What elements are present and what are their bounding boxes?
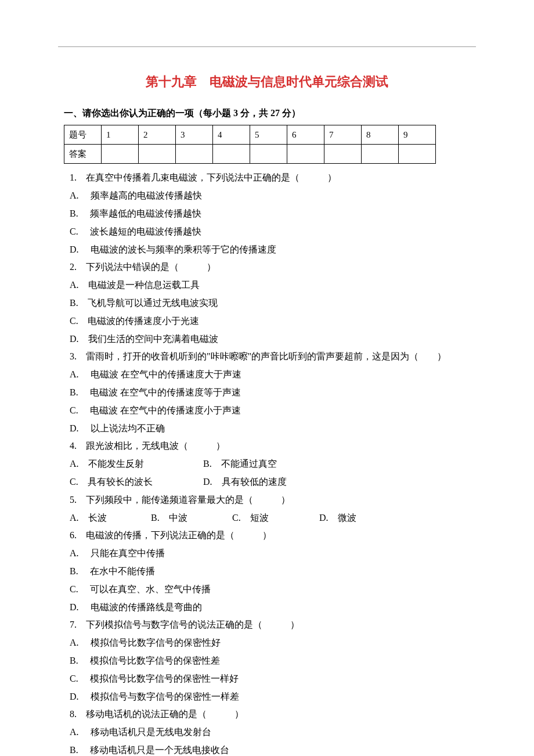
table-row: 答案 xyxy=(64,145,436,164)
question-option-row: C. 具有较长的波长 D. 具有较低的速度 xyxy=(70,474,476,491)
question-option: D. 我们生活的空间中充满着电磁波 xyxy=(70,331,476,348)
row-label: 答案 xyxy=(64,145,102,164)
table-cell: 1 xyxy=(102,125,139,145)
table-cell: 7 xyxy=(324,125,362,145)
question-option: A. 移动电话机只是无线电发射台 xyxy=(70,724,476,741)
question-option: D. 模拟信号与数字信号的保密性一样差 xyxy=(70,689,476,705)
question-option-row: A. 不能发生反射 B. 不能通过真空 xyxy=(70,456,476,473)
question-option: C. 波长越短的电磁波传播越快 xyxy=(70,224,476,240)
question-option: B. 移动电话机只是一个无线电接收台 xyxy=(70,742,476,756)
question-option: B. 在水中不能传播 xyxy=(70,563,476,580)
table-cell xyxy=(213,145,250,164)
section-1-heading: 一、请你选出你认为正确的一项（每小题 3 分，共 27 分） xyxy=(64,105,476,122)
table-cell: 9 xyxy=(399,125,436,145)
question-stem: 6. 电磁波的传播，下列说法正确的是（ ） xyxy=(70,527,476,544)
question-option: C. 模拟信号比数字信号的保密性一样好 xyxy=(70,671,476,687)
table-cell xyxy=(176,145,213,164)
question-option: A. 频率越高的电磁波传播越快 xyxy=(70,188,476,204)
question-option: D. 具有较低的速度 xyxy=(203,474,287,491)
question-option: B. 中波 xyxy=(151,510,232,527)
answer-table: 题号 1 2 3 4 5 6 7 8 9 答案 xyxy=(64,125,436,164)
table-cell: 6 xyxy=(287,125,324,145)
question-option: A. 长波 xyxy=(70,510,151,527)
question-option: D. 以上说法均不正确 xyxy=(70,420,476,437)
question-stem: 5. 下列频段中，能传递频道容量最大的是（ ） xyxy=(70,492,476,509)
question-option: C. 电磁波 在空气中的传播速度小于声速 xyxy=(70,402,476,419)
table-cell: 2 xyxy=(139,125,176,145)
question-option: A. 只能在真空中传播 xyxy=(70,545,476,562)
table-cell xyxy=(250,145,287,164)
question-stem: 7. 下列模拟信号与数字信号的说法正确的是（ ） xyxy=(70,617,476,633)
question-option: B. 飞机导航可以通过无线电波实现 xyxy=(70,295,476,312)
question-option: B. 频率越低的电磁波传播越快 xyxy=(70,206,476,222)
question-option: B. 电磁波 在空气中的传播速度等于声速 xyxy=(70,384,476,401)
table-row: 题号 1 2 3 4 5 6 7 8 9 xyxy=(64,125,436,145)
table-cell: 4 xyxy=(213,125,250,145)
question-option: C. 电磁波的传播速度小于光速 xyxy=(70,313,476,330)
table-cell xyxy=(362,145,399,164)
top-divider xyxy=(58,46,476,47)
question-stem: 2. 下列说法中错误的是（ ） xyxy=(70,259,476,276)
table-cell: 3 xyxy=(176,125,213,145)
question-option: D. 微波 xyxy=(319,510,356,527)
question-stem: 3. 雷雨时，打开的收音机听到的"咔咔嚓嚓"的声音比听到的雷声要超前，这是因为（… xyxy=(70,348,476,365)
question-option: D. 电磁波的波长与频率的乘积等于它的传播速度 xyxy=(70,242,476,258)
question-option: A. 不能发生反射 xyxy=(70,456,203,473)
table-cell xyxy=(102,145,139,164)
document-title: 第十九章 电磁波与信息时代单元综合测试 xyxy=(58,70,476,93)
question-option-row: A. 长波 B. 中波 C. 短波 D. 微波 xyxy=(70,510,476,527)
page: 第十九章 电磁波与信息时代单元综合测试 一、请你选出你认为正确的一项（每小题 3… xyxy=(0,0,534,756)
question-stem: 1. 在真空中传播着几束电磁波，下列说法中正确的是（ ） xyxy=(70,170,476,186)
question-stem: 8. 移动电话机的说法正确的是（ ） xyxy=(70,706,476,723)
question-option: C. 可以在真空、水、空气中传播 xyxy=(70,581,476,598)
question-option: C. 具有较长的波长 xyxy=(70,474,203,491)
table-cell xyxy=(399,145,436,164)
question-option: C. 短波 xyxy=(232,510,319,527)
table-cell: 5 xyxy=(250,125,287,145)
table-cell xyxy=(324,145,362,164)
question-option: A. 电磁波是一种信息运载工具 xyxy=(70,277,476,294)
question-stem: 4. 跟光波相比，无线电波（ ） xyxy=(70,438,476,455)
table-cell xyxy=(287,145,324,164)
question-option: B. 不能通过真空 xyxy=(203,456,277,473)
question-option: A. 电磁波 在空气中的传播速度大于声速 xyxy=(70,366,476,383)
question-option: A. 模拟信号比数字信号的保密性好 xyxy=(70,635,476,651)
table-cell xyxy=(139,145,176,164)
question-option: B. 模拟信号比数字信号的保密性差 xyxy=(70,653,476,669)
row-label: 题号 xyxy=(64,125,102,145)
table-cell: 8 xyxy=(362,125,399,145)
question-option: D. 电磁波的传播路线是弯曲的 xyxy=(70,599,476,616)
